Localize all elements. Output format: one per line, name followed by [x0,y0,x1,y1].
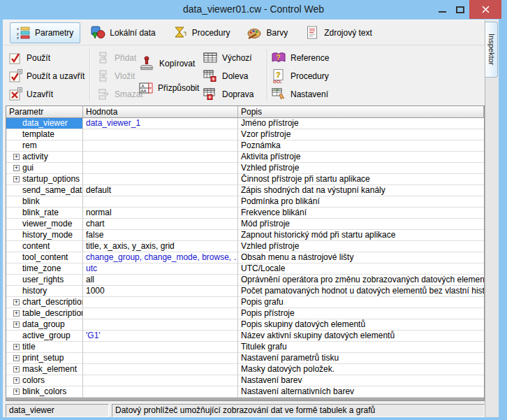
settings-button[interactable]: X AB Nastavení [271,86,328,103]
param-cell[interactable]: + content [6,241,83,252]
procedures-button[interactable]: ? OCL Procedury [271,68,329,85]
param-cell[interactable]: + blink_rate [6,208,83,219]
table-row[interactable]: + user_rights all Oprávnění operátora pr… [6,275,484,286]
header-popis[interactable]: Popis [238,106,484,118]
table-row[interactable]: + activity Aktivita přístroje [6,152,484,163]
param-cell[interactable]: + data_viewer [6,118,83,129]
table-row[interactable]: + active_group 'G1' Název aktivní skupin… [6,331,484,342]
maximize-button[interactable] [451,0,469,19]
header-parametr[interactable]: Parametr [6,106,83,118]
value-cell[interactable] [83,353,238,364]
expand-plus-icon[interactable]: + [13,165,20,171]
expand-plus-icon[interactable]: + [13,310,20,317]
table-row[interactable]: + data_group Popis skupiny datových elem… [6,319,484,331]
close-button[interactable] [469,0,501,19]
value-cell[interactable]: all [83,275,238,286]
right-button[interactable]: Doprava [203,86,254,103]
add-button[interactable]: Přidat [98,50,136,66]
tab-procedury[interactable]: Procedury [166,22,237,43]
value-cell[interactable] [83,364,238,375]
param-cell[interactable]: + viewer_mode [6,219,83,230]
table-row[interactable]: + data_viewer data_viewer_1 Jméno přístr… [6,118,484,129]
delete-button[interactable]: Smazat [98,86,143,103]
table-row[interactable]: + print_setup Nastavení parametrů tisku [6,353,484,364]
param-cell[interactable]: + chart_description [6,297,83,308]
minimize-button[interactable] [433,0,451,19]
table-row[interactable]: + history_mode false Zapnout historický … [6,230,484,241]
value-cell[interactable]: data_viewer_1 [83,118,238,129]
value-cell[interactable]: false [83,230,238,241]
expand-plus-icon[interactable]: + [13,154,20,160]
value-cell[interactable] [83,174,238,185]
apply-and-close-button[interactable]: Použít a uzavřít [8,68,84,85]
param-cell[interactable]: + blink_colors [6,386,83,398]
expand-plus-icon[interactable]: + [13,377,20,384]
param-cell[interactable]: + print_setup [6,353,83,364]
param-cell[interactable]: + active_group [6,331,83,342]
param-cell[interactable]: + title [6,342,83,353]
copy-button[interactable]: Kopírovat [138,54,195,73]
table-row[interactable]: + blink_colors Nastavení alternativních … [6,386,484,398]
param-cell[interactable]: + data_group [6,319,83,331]
value-cell[interactable] [83,319,238,331]
value-cell[interactable] [83,163,238,174]
expand-plus-icon[interactable]: + [13,389,20,395]
param-cell[interactable]: + rem [6,140,83,152]
header-hodnota[interactable]: Hodnota [83,106,238,118]
expand-plus-icon[interactable]: + [13,366,20,372]
insert-button[interactable]: Vložit [98,68,135,85]
value-cell[interactable] [83,308,238,319]
table-row[interactable]: + title Titulek grafu [6,342,484,353]
reference-button[interactable]: ? Reference [271,50,329,66]
table-row[interactable]: + history 1000 Počet pamatovaných hodnot… [6,286,484,297]
value-cell[interactable]: 'G1' [83,331,238,342]
table-row[interactable]: + mask_element Masky datových položek. [6,364,484,375]
table-row[interactable]: + content title, x_axis, y_axis, grid Vz… [6,241,484,252]
expand-plus-icon[interactable]: + [13,299,20,305]
expand-plus-icon[interactable]: + [13,355,20,361]
table-row[interactable]: + chart_description Popis grafu [6,297,484,308]
table-row[interactable]: + blink_rate normal Frekvence blikání [6,208,484,219]
close-editor-button[interactable]: Uzavřít [8,86,53,103]
tab-zdrojovy-text[interactable]: Zdrojový text [297,22,379,43]
apply-button[interactable]: Použít [8,50,50,66]
param-cell[interactable]: + colors [6,375,83,386]
tab-parametry[interactable]: xyz Parametry [10,22,80,43]
value-cell[interactable] [83,375,238,386]
table-row[interactable]: + time_zone utc UTC/Locale [6,263,484,275]
table-row[interactable]: + gui Vzhled přístroje [6,163,484,174]
value-cell[interactable] [83,129,238,140]
table-row[interactable]: + send_same_data default Zápis shodných … [6,185,484,196]
table-row[interactable]: + tool_content change_group, change_mode… [6,252,484,263]
expand-plus-icon[interactable]: + [13,321,20,328]
value-cell[interactable]: default [83,185,238,196]
param-cell[interactable]: + history [6,286,83,297]
expand-plus-icon[interactable]: + [13,344,20,350]
param-cell[interactable]: + template [6,129,83,140]
param-cell[interactable]: + user_rights [6,275,83,286]
fit-button[interactable]: A AA Přizpůsobit [138,78,199,98]
value-cell[interactable] [83,342,238,353]
table-row[interactable]: + startup_options Činnost přístroje při … [6,174,484,185]
value-cell[interactable] [83,386,238,398]
expand-plus-icon[interactable]: + [13,176,20,182]
tab-inspektor[interactable]: Inspektor [485,22,498,78]
param-cell[interactable]: + send_same_data [6,185,83,196]
table-row[interactable]: + viewer_mode chart Mód přístroje [6,219,484,230]
param-cell[interactable]: + startup_options [6,174,83,185]
param-cell[interactable]: + gui [6,163,83,174]
table-row[interactable]: + template Vzor přístroje [6,129,484,140]
param-cell[interactable]: + time_zone [6,263,83,275]
param-cell[interactable]: + activity [6,152,83,163]
value-cell[interactable]: utc [83,263,238,275]
table-row[interactable]: + blink Podmínka pro blikání [6,196,484,208]
left-button[interactable]: Doleva [203,68,248,85]
param-cell[interactable]: + blink [6,196,83,208]
value-cell[interactable] [83,196,238,208]
table-row[interactable]: + table_description Popis přístroje [6,308,484,319]
param-cell[interactable]: + table_description [6,308,83,319]
param-cell[interactable]: + history_mode [6,230,83,241]
value-cell[interactable] [83,297,238,308]
param-cell[interactable]: + tool_content [6,252,83,263]
tab-lokalni-data[interactable]: Lokální data [83,22,162,43]
